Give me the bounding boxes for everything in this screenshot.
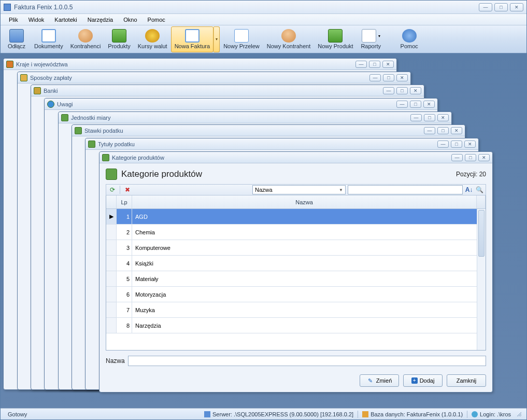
sort-asc-icon[interactable]: A↓ — [465, 186, 473, 194]
filter-field-value: Nazwa — [255, 187, 273, 193]
cell-lp: 8 — [117, 318, 132, 333]
mdi-workspace: Kraje i województwa —□✕ Sposoby zapłaty … — [1, 53, 526, 408]
flag-icon — [6, 61, 13, 68]
coins-icon — [145, 29, 160, 43]
mdi-banki-title: Banki — [44, 88, 383, 94]
chevron-down-icon: ▼ — [339, 188, 343, 192]
mdi-kategorie[interactable]: Kategorie produktów — □ ✕ Kategorie prod… — [99, 151, 493, 393]
tool-nowafaktura-dropdown[interactable]: ▾ — [213, 26, 220, 52]
menu-okno[interactable]: Okno — [118, 15, 142, 24]
status-db: Baza danych: FakturaFenix (1.0.0.1) — [358, 411, 467, 417]
close-button[interactable]: ✕ — [437, 114, 449, 121]
maximize-button[interactable]: □ — [410, 101, 421, 108]
tool-kontrahenci[interactable]: Kontrahenci — [67, 26, 105, 52]
table-row[interactable]: 4Książki — [106, 256, 486, 271]
change-button[interactable]: ✎ Zmień — [360, 374, 399, 387]
scrollbar-header — [477, 195, 486, 208]
close-button[interactable]: ✕ — [410, 87, 421, 94]
tool-nowafaktura-label: Nowa Faktura — [175, 43, 210, 49]
find-icon[interactable]: 🔍 — [475, 186, 483, 194]
status-login-text: Login: .\kros — [480, 411, 511, 417]
minimize-button[interactable]: — — [479, 3, 492, 11]
close-button[interactable]: ✕ — [396, 74, 408, 81]
person-icon — [281, 29, 296, 43]
filter-field-combo[interactable]: Nazwa ▼ — [252, 185, 346, 194]
tool-kursywalut[interactable]: Kursy walut — [134, 26, 171, 52]
titlebar: Faktura Fenix 1.0.0.5 — □ ✕ — [1, 1, 526, 14]
tool-pomoc-label: Pomoc — [401, 43, 418, 49]
table-row[interactable]: 5Materiały — [106, 271, 486, 287]
maximize-button[interactable]: □ — [465, 154, 476, 161]
tool-nowykontrahent[interactable]: Nowy Kontrahent — [263, 26, 314, 52]
tool-nowyprzelew[interactable]: Nowy Przelew — [220, 26, 263, 52]
minimize-button[interactable]: — — [383, 87, 394, 94]
tool-pomoc[interactable]: Pomoc — [395, 26, 423, 52]
menu-pomoc[interactable]: Pomoc — [143, 15, 170, 24]
close-button[interactable]: ✕ — [451, 127, 462, 134]
maximize-button[interactable]: □ — [451, 141, 462, 148]
maximize-button[interactable]: □ — [424, 114, 435, 121]
table-row[interactable]: 2Chemia — [106, 225, 486, 240]
cell-lp: 1 — [117, 209, 132, 224]
tax-title-icon — [88, 141, 95, 148]
close-button[interactable]: ✕ — [510, 3, 523, 11]
table-row[interactable]: ▶1AGD — [106, 209, 486, 225]
minimize-button[interactable]: — — [424, 127, 435, 134]
minimize-button[interactable]: — — [355, 61, 367, 68]
maximize-button[interactable]: □ — [494, 3, 508, 11]
main-window: Faktura Fenix 1.0.0.5 — □ ✕ Plik Widok K… — [0, 0, 527, 420]
tax-rate-icon — [75, 127, 82, 134]
mdi-jednostki-title: Jednostki miary — [71, 115, 410, 121]
user-icon — [472, 411, 478, 417]
status-server: Serwer: .\SQL2005EXPRESS (9.00.5000) [19… — [200, 411, 358, 417]
scrollbar-thumb[interactable] — [478, 210, 485, 257]
vertical-scrollbar[interactable] — [477, 209, 486, 350]
tool-dokumenty[interactable]: Dokumenty — [31, 26, 67, 52]
mdi-kraje-title: Kraje i województwa — [16, 61, 355, 67]
close-button[interactable]: ✕ — [423, 101, 435, 108]
table-row[interactable]: 7Muzyka — [106, 302, 486, 318]
transfer-icon — [234, 29, 249, 43]
row-marker — [106, 240, 117, 255]
mdi-kategorie-title: Kategorie produktów — [112, 155, 451, 161]
close-button[interactable]: ✕ — [478, 154, 490, 161]
delete-icon[interactable]: ✖ — [123, 186, 132, 194]
tool-odlacz[interactable]: Odłącz — [3, 26, 31, 52]
close-button[interactable]: ✕ — [382, 61, 394, 68]
close-button[interactable]: ✕ — [464, 141, 476, 148]
table-row[interactable]: 6Motoryzacja — [106, 287, 486, 302]
maximize-button[interactable]: □ — [437, 127, 449, 134]
minimize-button[interactable]: — — [451, 154, 463, 161]
row-marker — [106, 225, 117, 240]
resize-grip[interactable] — [515, 411, 523, 417]
tool-nowyprodukt[interactable]: Nowy Produkt — [314, 26, 357, 52]
refresh-icon[interactable]: ⟳ — [108, 186, 117, 194]
filter-input[interactable] — [348, 185, 463, 194]
minimize-button[interactable]: — — [369, 74, 381, 81]
col-header-lp[interactable]: Lp — [117, 195, 132, 208]
cell-lp: 4 — [117, 256, 132, 271]
menu-widok[interactable]: Widok — [23, 15, 50, 24]
tool-produkty-label: Produkty — [108, 43, 130, 49]
child-body: Kategorie produktów Pozycji: 20 ⟳ ✖ Nazw… — [99, 163, 492, 392]
add-button[interactable]: + Dodaj — [403, 374, 443, 387]
tool-raporty[interactable]: ▾ Raporty — [357, 26, 385, 52]
maximize-button[interactable]: □ — [396, 87, 408, 94]
minimize-button[interactable]: — — [410, 114, 422, 121]
col-header-name[interactable]: Nazwa — [132, 195, 477, 208]
close-dialog-button[interactable]: Zamknij — [447, 374, 486, 387]
tool-produkty[interactable]: Produkty — [104, 26, 134, 52]
menu-kartoteki[interactable]: Kartoteki — [49, 15, 82, 24]
info-icon — [47, 101, 54, 108]
menu-narzedzia[interactable]: Narzędzia — [82, 15, 119, 24]
maximize-button[interactable]: □ — [369, 61, 380, 68]
tool-nowafaktura[interactable]: Nowa Faktura — [171, 26, 213, 52]
maximize-button[interactable]: □ — [383, 74, 394, 81]
minimize-button[interactable]: — — [396, 101, 408, 108]
minimize-button[interactable]: — — [437, 141, 449, 148]
app-icon — [4, 4, 11, 11]
table-row[interactable]: 8Narzędzia — [106, 318, 486, 333]
name-input[interactable] — [128, 356, 486, 366]
table-row[interactable]: 3Komputerowe — [106, 240, 486, 256]
menu-plik[interactable]: Plik — [4, 15, 23, 24]
